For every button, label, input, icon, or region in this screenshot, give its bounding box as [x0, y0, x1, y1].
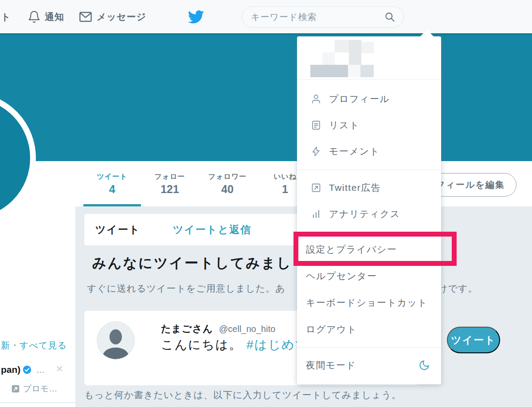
nav-item-clipped-label: ト — [1, 11, 11, 23]
nav-notifications-label: 通知 — [45, 11, 64, 23]
avatar-silhouette-body — [103, 348, 129, 360]
tab-tweets-replies[interactable]: ツイートと返信 — [173, 214, 251, 245]
account-dropdown-menu: プロフィール リスト モーメント Twitter広告 アナリティクス — [297, 36, 441, 384]
stat-label: いいね — [274, 172, 297, 182]
tweet-avatar — [97, 321, 135, 360]
tab-tweets[interactable]: ツイート — [95, 214, 141, 245]
menu-item-profile[interactable]: プロフィール — [297, 86, 441, 112]
menu-item-lists[interactable]: リスト — [297, 112, 441, 138]
onboarding-heading: みんなにツイートしてみまし — [92, 254, 292, 273]
stat-value: 40 — [221, 183, 234, 196]
avatar-silhouette-head — [110, 329, 122, 344]
stat-tab-followers[interactable]: フォロワー 40 — [199, 161, 256, 206]
search-box — [242, 6, 404, 28]
sidebar-divider — [0, 402, 75, 403]
menu-item-label: 夜間モード — [306, 359, 356, 371]
top-navbar: ト 通知 メッセージ — [0, 0, 532, 35]
stat-value: 121 — [160, 183, 179, 196]
nav-messages-label: メッセージ — [97, 11, 146, 23]
stat-tab-following[interactable]: フォロー 121 — [141, 161, 199, 206]
menu-item-analytics[interactable]: アナリティクス — [297, 201, 441, 227]
onboarding-subtext-left: すぐに送れるツイートをご用意しました。あ — [87, 282, 285, 295]
menu-item-moments[interactable]: モーメント — [297, 138, 441, 164]
bell-icon — [27, 10, 41, 24]
menu-item-twitter-ads[interactable]: Twitter広告 — [297, 175, 441, 201]
menu-item-label: 設定とプライバシー — [306, 243, 397, 256]
left-sidebar: 新・すべて見る pan) … × プロモ… — [0, 206, 75, 407]
twitter-logo-icon[interactable] — [188, 0, 204, 33]
menu-divider — [297, 170, 441, 170]
stat-label: フォロー — [154, 172, 185, 182]
lightning-icon — [310, 146, 322, 157]
menu-item-label: Twitter広告 — [329, 182, 381, 194]
user-icon — [310, 94, 322, 104]
tweet-name-line: たまごさん @cell_no_hito — [161, 322, 275, 336]
menu-item-label: アナリティクス — [329, 208, 400, 220]
active-tab-underline — [83, 204, 141, 206]
promoted-label: プロモ… — [23, 383, 57, 395]
menu-item-help-center[interactable]: ヘルプセンター — [297, 263, 441, 289]
onboarding-footer-text: もっと何か書きたいときは、以下に入力してツイートしてみましょう。 — [84, 389, 401, 401]
stat-label: フォロワー — [208, 172, 247, 182]
suggested-user-name: pan) — [1, 364, 20, 375]
search-icon[interactable] — [384, 11, 395, 23]
envelope-icon — [78, 10, 93, 24]
menu-item-settings-privacy[interactable]: 設定とプライバシー — [297, 237, 441, 262]
ellipsis-label: … — [36, 365, 46, 375]
menu-item-logout[interactable]: ログアウト — [297, 316, 441, 342]
promoted-row: プロモ… — [11, 383, 57, 395]
bar-chart-icon — [310, 209, 322, 219]
dropdown-caret — [420, 30, 434, 37]
nav-item-notifications[interactable]: 通知 — [27, 0, 64, 33]
menu-item-label: ログアウト — [306, 323, 357, 336]
verified-badge-icon — [23, 365, 31, 374]
profile-banner — [0, 35, 532, 161]
menu-item-label: モーメント — [329, 145, 379, 158]
see-all-link[interactable]: 新・すべて見る — [1, 340, 67, 352]
who-to-follow-row[interactable]: pan) … — [1, 364, 46, 375]
redacted-username — [297, 36, 441, 79]
tweet-handle[interactable]: @cell_no_hito — [219, 324, 275, 334]
profile-stats: ツイート 4 フォロー 121 フォロワー 40 いいね 1 — [83, 161, 314, 206]
twitter-profile-page: ト 通知 メッセージ ツイート ツイ — [0, 0, 532, 407]
tweet-text-plain: こんにちは。 — [161, 338, 246, 352]
menu-item-label: キーボードショートカット — [306, 296, 427, 309]
tweet-text: こんにちは。 #はじめて — [161, 336, 309, 353]
nav-item-messages[interactable]: メッセージ — [78, 0, 146, 33]
menu-item-label: ヘルプセンター — [306, 270, 377, 282]
stat-value: 1 — [282, 183, 288, 196]
tweet-display-name[interactable]: たまごさん — [161, 323, 213, 334]
menu-item-label: リスト — [329, 119, 360, 131]
menu-divider — [297, 348, 441, 348]
nav-item-clipped[interactable]: ト — [1, 0, 11, 33]
stat-label: ツイート — [97, 172, 127, 182]
menu-item-label: プロフィール — [329, 93, 390, 105]
onboarding-subtext-right: けです。 — [438, 282, 477, 295]
menu-item-keyboard-shortcuts[interactable]: キーボードショートカット — [297, 290, 441, 316]
stat-value: 4 — [109, 183, 115, 196]
promoted-icon — [11, 384, 20, 393]
send-prefilled-tweet-button[interactable]: ツイート — [447, 327, 500, 353]
external-link-icon — [310, 182, 322, 193]
menu-item-night-mode[interactable]: 夜間モード — [297, 352, 441, 378]
moon-icon — [419, 360, 430, 371]
menu-divider — [297, 79, 441, 79]
stat-tab-tweets[interactable]: ツイート 4 — [83, 161, 141, 206]
search-input[interactable] — [250, 12, 384, 23]
dismiss-suggestion-icon[interactable]: × — [56, 363, 63, 375]
menu-divider — [297, 232, 441, 232]
list-icon — [310, 120, 322, 130]
